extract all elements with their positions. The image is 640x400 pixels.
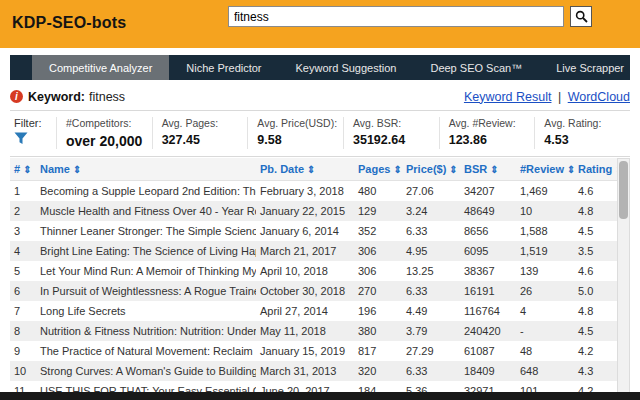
app-header: KDP-SEO-bots [0,0,640,48]
table-scrollbar[interactable] [617,158,630,400]
cell-price: 13.25 [402,261,460,281]
stat-label: Avg. Pages: [162,117,248,129]
cell-date: April 10, 2018 [256,261,354,281]
column-header-price[interactable]: Price($)⇕ [402,158,460,181]
cell-name: Strong Curves: A Woman's Guide to Buildi… [36,361,256,381]
column-label: Rating [578,163,612,175]
cell-review: 1,469 [516,181,574,202]
table-row[interactable]: 5Let Your Mind Run: A Memoir of Thinking… [10,261,617,281]
stat-label: Avg. Rating: [544,117,630,129]
cell-date: January 6, 2014 [256,221,354,241]
cell-pages: 129 [354,201,402,221]
table-row[interactable]: 4Bright Line Eating: The Science of Livi… [10,241,617,261]
column-header-pages[interactable]: Pages⇕ [354,158,402,181]
table-row[interactable]: 6In Pursuit of Weightlessness: A Rogue T… [10,281,617,301]
cell-bsr: 48649 [460,201,516,221]
cell-review: 139 [516,261,574,281]
column-header-pb-date[interactable]: Pb. Date⇕ [256,158,354,181]
filter-label: Filter: [14,117,56,129]
cell-name: In Pursuit of Weightlessness: A Rogue Tr… [36,281,256,301]
search-group [228,6,592,27]
filter-funnel-icon[interactable] [14,132,56,145]
cell-pages: 306 [354,241,402,261]
stat-avg-price-usd: Avg. Price(USD):9.58 [247,117,343,149]
cell-review: 648 [516,361,574,381]
cell-bsr: 16191 [460,281,516,301]
table-body: 1Becoming a Supple Leopard 2nd Edition: … [10,181,617,400]
search-input[interactable] [228,6,564,27]
info-icon: i [10,90,23,103]
tab-keyword-suggestion[interactable]: Keyword Suggestion [279,55,414,80]
keyword-row: i Keyword: fitness Keyword Result | Word… [10,83,630,110]
sort-icon: ⇕ [567,164,574,175]
cell-pages: 817 [354,341,402,361]
column-header-bsr[interactable]: BSR⇕ [460,158,516,181]
tab-live-scrapper[interactable]: Live Scrapper [539,55,640,80]
column-label: BSR [464,163,487,175]
app-title: KDP-SEO-bots [12,14,126,32]
column-header-[interactable]: #⇕ [10,158,36,181]
tab-deep-seo-scan[interactable]: Deep SEO Scan™ [413,55,539,80]
keyword-value: fitness [89,90,125,104]
cell-price: 6.33 [402,281,460,301]
search-icon [575,10,588,23]
cell-name: Becoming a Supple Leopard 2nd Edition: T… [36,181,256,202]
tab-niche-predictor[interactable]: Niche Predictor [169,55,278,80]
cell-review: 4 [516,301,574,321]
table-row[interactable]: 10Strong Curves: A Woman's Guide to Buil… [10,361,617,381]
cell-date: March 31, 2013 [256,361,354,381]
stat-avg-review: Avg. #Review:123.86 [439,117,535,149]
cell-review: 1,519 [516,241,574,261]
cell-bsr: 116764 [460,301,516,321]
table-row[interactable]: 9The Practice of Natural Movement: Recla… [10,341,617,361]
stats-row: Filter: #Competitors:over 20,000Avg. Pag… [10,111,630,156]
keyword-result-link[interactable]: Keyword Result [464,90,552,104]
table-row[interactable]: 7Long Life SecretsApril 27, 20141964.491… [10,301,617,321]
cell-review: - [516,321,574,341]
cell-bsr: 34207 [460,181,516,202]
link-separator: | [558,90,561,104]
cell-date: May 11, 2018 [256,321,354,341]
results-table: #⇕Name⇕Pb. Date⇕Pages⇕Price($)⇕BSR⇕#Revi… [10,158,617,400]
stat-label: Avg. BSR: [353,117,439,129]
column-label: #Review [520,163,564,175]
cell-num: 2 [10,201,36,221]
table-row[interactable]: 2Muscle Health and Fitness Over 40 - Yea… [10,201,617,221]
table-row[interactable]: 8Nutrition & Fitness Nutrition: Nutritio… [10,321,617,341]
tab-competitive-analyzer[interactable]: Competitive Analyzer [32,55,169,80]
cell-rating: 4.8 [574,301,617,321]
stat-avg-rating: Avg. Rating:4.53 [534,117,630,149]
stat-value: 4.53 [544,133,630,147]
stat-avg-bsr: Avg. BSR:35192.64 [343,117,439,149]
cell-price: 4.95 [402,241,460,261]
column-header-rating[interactable]: Rating⇕ [574,158,617,181]
stat-label: Avg. Price(USD): [257,117,343,129]
column-label: # [14,163,20,175]
cell-price: 27.06 [402,181,460,202]
scrollbar-thumb[interactable] [619,161,628,219]
sort-icon: ⇕ [307,164,315,175]
column-header-review[interactable]: #Review⇕ [516,158,574,181]
table-row[interactable]: 1Becoming a Supple Leopard 2nd Edition: … [10,181,617,202]
divider [10,156,630,157]
bottom-bar [0,392,640,400]
sort-icon: ⇕ [490,164,498,175]
cell-price: 4.49 [402,301,460,321]
stat-value: 123.86 [449,133,535,147]
search-button[interactable] [570,6,592,27]
nav-tabs: Competitive AnalyzerNiche PredictorKeywo… [10,55,630,80]
column-header-name[interactable]: Name⇕ [36,158,256,181]
stat-avg-pages: Avg. Pages:327.45 [152,117,248,149]
cell-name: The Practice of Natural Movement: Reclai… [36,341,256,361]
cell-date: January 15, 2019 [256,341,354,361]
cell-pages: 480 [354,181,402,202]
sort-icon: ⇕ [73,164,81,175]
cell-price: 27.29 [402,341,460,361]
table-row[interactable]: 3Thinner Leaner Stronger: The Simple Sci… [10,221,617,241]
cell-rating: 4.3 [574,361,617,381]
cell-price: 6.33 [402,361,460,381]
column-label: Pages [358,163,390,175]
cell-price: 3.24 [402,201,460,221]
cell-num: 7 [10,301,36,321]
wordcloud-link[interactable]: WordCloud [568,90,630,104]
